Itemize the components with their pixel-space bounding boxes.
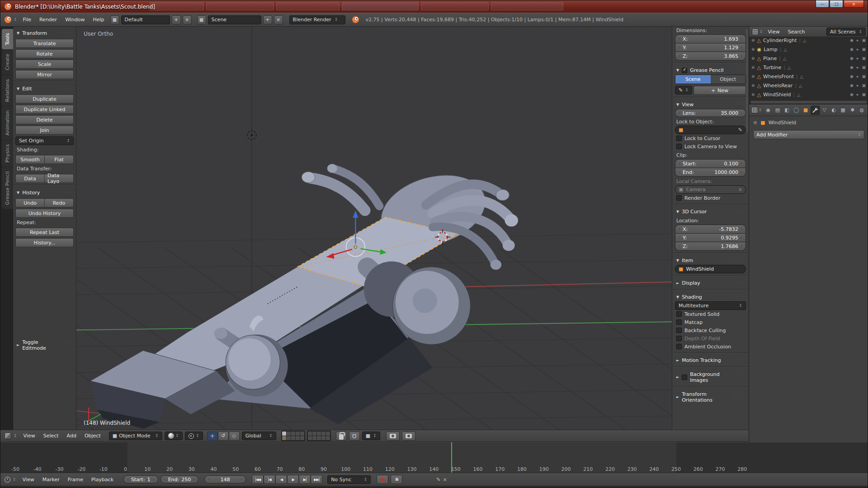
editor-type-arrows-icon[interactable]: ↕ bbox=[760, 30, 763, 34]
panel-header-transform-orientations[interactable]: Transform Orientations bbox=[675, 389, 746, 404]
menu-item[interactable]: View bbox=[19, 431, 39, 441]
tab-particles[interactable]: ✱ bbox=[848, 106, 857, 115]
panel-header-view[interactable]: View bbox=[675, 99, 746, 109]
lock-camera-checkbox[interactable]: Lock Camera to View bbox=[675, 142, 746, 150]
cursor-x-field[interactable]: X:-5.7832 bbox=[675, 225, 745, 233]
selectability-icon[interactable] bbox=[857, 84, 859, 88]
minimize-button[interactable]: — bbox=[816, 0, 829, 8]
layer-dot[interactable] bbox=[312, 432, 316, 436]
tab-object[interactable]: ■ bbox=[801, 106, 810, 115]
layer-dot[interactable] bbox=[287, 432, 291, 436]
panel-header-grease-pencil[interactable]: Grease Pencil bbox=[675, 65, 746, 75]
layer-dot[interactable] bbox=[291, 436, 295, 440]
layer-dot[interactable] bbox=[287, 436, 291, 440]
panel-header-transform[interactable]: Transform bbox=[15, 28, 74, 38]
gp-object-toggle[interactable]: Object bbox=[711, 75, 746, 84]
disclosure-icon[interactable] bbox=[751, 38, 755, 42]
editor-type-icon[interactable] bbox=[5, 432, 11, 439]
layer-dot[interactable] bbox=[326, 432, 330, 436]
current-frame-field[interactable]: 148 bbox=[204, 475, 246, 483]
renderability-icon[interactable] bbox=[862, 66, 866, 70]
scene-selector[interactable]: Scene bbox=[208, 15, 261, 24]
tool-shelf-tab[interactable]: Grease Pencil bbox=[2, 167, 13, 209]
editor-type-arrows-icon[interactable]: ↕ bbox=[14, 434, 17, 438]
edit-button[interactable]: Delete bbox=[15, 115, 74, 124]
redo-button[interactable]: Redo bbox=[44, 198, 74, 207]
transform-button[interactable]: Translate bbox=[15, 39, 74, 48]
clear-icon[interactable] bbox=[738, 187, 742, 192]
visibility-eye-icon[interactable] bbox=[850, 47, 854, 52]
layer-dot[interactable] bbox=[321, 432, 326, 436]
matcap-checkbox[interactable]: Matcap bbox=[675, 318, 746, 326]
object-name[interactable]: WheelsRear bbox=[763, 83, 793, 89]
play-reverse-button[interactable]: ◀ bbox=[275, 475, 287, 484]
viewport-shading-selector[interactable]: ↕ bbox=[165, 432, 183, 440]
edit-button[interactable]: Duplicate bbox=[15, 94, 74, 103]
backface-culling-checkbox[interactable]: Backface Culling bbox=[675, 326, 746, 334]
exhaust-pipes-left[interactable] bbox=[302, 164, 379, 211]
panel-header-motion-tracking[interactable]: Motion Tracking bbox=[675, 355, 746, 365]
add-layout-button[interactable] bbox=[172, 15, 181, 24]
tab-render[interactable]: ◉ bbox=[764, 106, 773, 115]
clip-end-field[interactable]: End:1000.000 bbox=[675, 168, 745, 176]
menu-item[interactable]: Object bbox=[80, 431, 105, 441]
outliner-row[interactable]: WheelsRear bbox=[749, 81, 868, 90]
panel-header-3d-cursor[interactable]: 3D Cursor bbox=[675, 206, 746, 216]
lock-object-picker[interactable] bbox=[675, 126, 746, 134]
layer-dot[interactable] bbox=[282, 436, 286, 440]
selectability-icon[interactable] bbox=[857, 93, 859, 97]
properties-editor-icon[interactable] bbox=[751, 107, 758, 113]
menu-item[interactable]: Search bbox=[784, 27, 809, 37]
transform-orientation-selector[interactable]: Global↕ bbox=[242, 432, 276, 440]
delete-layout-button[interactable] bbox=[183, 15, 192, 24]
tool-shelf-tab[interactable]: Relations bbox=[2, 75, 13, 106]
layer-dot[interactable] bbox=[317, 432, 321, 436]
renderability-icon[interactable] bbox=[862, 38, 866, 42]
scene-browse-button[interactable]: ▦ bbox=[197, 15, 206, 24]
editor-type-arrows-icon[interactable]: ↕ bbox=[13, 478, 16, 482]
layer-dot[interactable] bbox=[317, 436, 321, 440]
manipulator-scale-button[interactable] bbox=[229, 432, 240, 441]
play-button[interactable]: ▶ bbox=[287, 475, 299, 484]
dimension-z-field[interactable]: Z:3.865 bbox=[675, 52, 745, 60]
set-origin-menu[interactable]: Set Origin↕ bbox=[15, 136, 74, 145]
panel-header-item[interactable]: Item bbox=[675, 255, 746, 265]
layer-dot[interactable] bbox=[291, 432, 295, 436]
object-name[interactable]: Lamp bbox=[764, 47, 778, 52]
screen-layout-browse-button[interactable]: ▦ bbox=[110, 15, 119, 24]
close-button[interactable]: × bbox=[844, 0, 864, 8]
undo-button[interactable]: Undo bbox=[15, 198, 45, 207]
visibility-eye-icon[interactable] bbox=[850, 75, 854, 79]
menu-item[interactable]: Frame bbox=[64, 475, 87, 484]
jump-to-prev-keyframe-button[interactable]: |◀ bbox=[264, 475, 275, 484]
layer-dot[interactable] bbox=[300, 432, 304, 436]
layer-group-2[interactable] bbox=[307, 431, 331, 441]
layer-dot[interactable] bbox=[308, 432, 312, 436]
data-button[interactable]: Data bbox=[15, 174, 45, 183]
lock-to-cursor-checkbox[interactable]: Lock to Cursor bbox=[675, 134, 746, 142]
tab-physics[interactable]: ◍ bbox=[857, 106, 866, 115]
layer-dot[interactable] bbox=[321, 436, 326, 440]
object-name[interactable]: Turbine bbox=[763, 65, 781, 70]
insert-keyframe-icon[interactable] bbox=[436, 477, 440, 482]
tab-scene[interactable]: ◧ bbox=[783, 106, 792, 115]
screen-layout-selector[interactable]: Default bbox=[121, 15, 170, 24]
blender-menu-icon[interactable] bbox=[4, 16, 12, 23]
layer-dot[interactable] bbox=[296, 436, 300, 440]
outliner-scope-selector[interactable]: All Scenes↕ bbox=[826, 28, 866, 36]
titlebar[interactable]: Blender* [D:\Unity\Battle Tanks\Assets\S… bbox=[0, 0, 868, 13]
renderability-icon[interactable] bbox=[862, 93, 866, 97]
delete-keyframe-icon[interactable] bbox=[443, 477, 447, 482]
dimension-x-field[interactable]: X:1.693 bbox=[675, 35, 745, 43]
sync-mode-selector[interactable]: No Sync↕ bbox=[327, 475, 371, 484]
tab-texture[interactable]: ▦ bbox=[839, 106, 848, 115]
outliner-row[interactable]: Plane bbox=[749, 54, 868, 63]
outliner-row[interactable]: WindShield bbox=[749, 90, 868, 99]
object-name[interactable]: WindShield bbox=[763, 92, 791, 98]
jump-to-start-button[interactable]: |◀◀ bbox=[252, 475, 264, 484]
frame-start-field[interactable]: Start:1 bbox=[123, 475, 158, 483]
layer-dot[interactable] bbox=[300, 436, 304, 440]
selectability-icon[interactable] bbox=[857, 75, 859, 79]
object-name[interactable]: WheelsFront bbox=[763, 74, 794, 80]
transform-button[interactable]: Scale bbox=[15, 60, 74, 69]
